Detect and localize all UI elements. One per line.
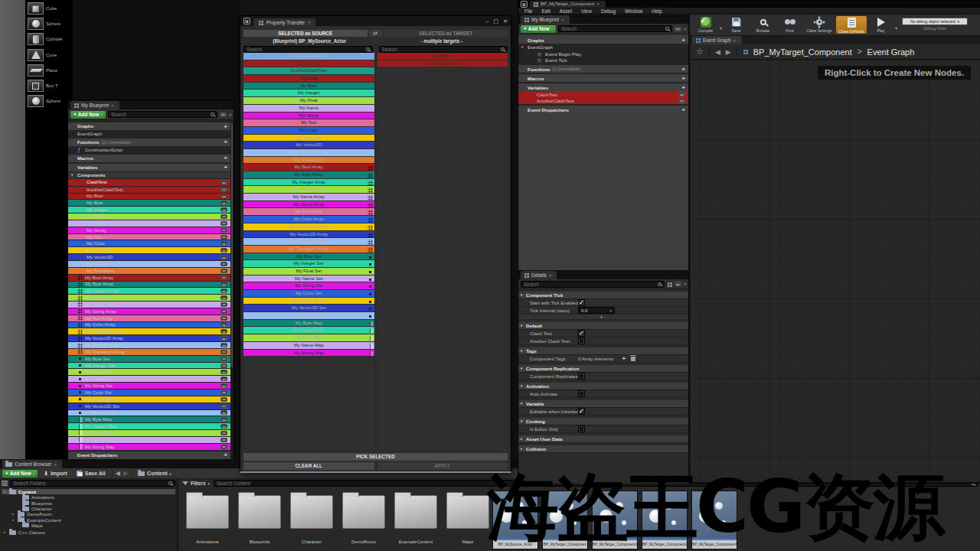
eye-icon[interactable] xyxy=(220,364,227,368)
menu-item[interactable]: Debug xyxy=(596,8,620,14)
blueprint-row[interactable]: Variables + xyxy=(518,83,688,91)
back-icon[interactable]: ◀ xyxy=(715,48,720,56)
expand-arrow-icon[interactable]: ▸ xyxy=(4,530,7,534)
add-icon[interactable]: + xyxy=(682,84,685,91)
property-row[interactable]: My Vector3D Array xyxy=(243,223,374,230)
eye-icon[interactable] xyxy=(220,343,227,347)
add-icon[interactable]: + xyxy=(224,452,227,458)
search-input[interactable]: Search xyxy=(108,111,217,118)
blueprint-row[interactable]: My Integer Map xyxy=(68,423,230,429)
eye-icon[interactable] xyxy=(220,262,227,266)
property-row[interactable]: My String Set xyxy=(243,282,374,289)
property-row[interactable]: My Integer Set xyxy=(243,260,374,267)
eye-icon[interactable] xyxy=(220,289,227,293)
close-icon[interactable]: × xyxy=(308,20,311,24)
blueprint-row[interactable]: My Vector3D Set xyxy=(68,396,230,403)
blueprint-row[interactable]: Event Begin Play xyxy=(518,51,688,57)
blueprint-row[interactable]: AnotherClashTest xyxy=(68,187,230,193)
eye-icon[interactable] xyxy=(220,322,227,327)
property-row[interactable]: My Vector3D xyxy=(243,135,374,142)
add-icon[interactable]: + xyxy=(224,123,227,130)
eye-icon[interactable] xyxy=(220,295,227,300)
blueprint-row[interactable]: Macros + xyxy=(518,74,688,82)
tab-property-transfer[interactable]: Property Transfer × xyxy=(253,18,315,27)
blueprint-row[interactable]: My Vector2D Set xyxy=(68,403,230,409)
folder-tree-item[interactable]: ▸ C++ Classes xyxy=(2,530,175,535)
property-row[interactable]: My Float xyxy=(243,97,374,104)
folder-tree-item[interactable]: ▸ DemoRoom xyxy=(2,511,175,517)
property-control[interactable] xyxy=(578,390,585,397)
tab-event-graph[interactable]: Event Graph × xyxy=(692,36,742,44)
blueprint-row[interactable]: My Name Map xyxy=(68,437,230,443)
visibility-filter-icon[interactable] xyxy=(220,112,227,117)
eye-icon[interactable] xyxy=(220,248,227,253)
add-icon[interactable]: + xyxy=(224,155,227,161)
blueprint-row[interactable]: My Vector3D Array xyxy=(68,328,230,334)
chevron-down-icon[interactable]: ▾ xyxy=(895,25,897,31)
section-arrow-icon[interactable]: ▾ xyxy=(521,384,524,388)
property-row[interactable]: My Byte Array xyxy=(243,171,374,178)
property-row[interactable]: My Transform Array xyxy=(243,246,374,253)
blueprint-row[interactable]: My String xyxy=(68,227,230,233)
section-arrow-icon[interactable]: ▾ xyxy=(521,402,524,406)
section-arrow-icon[interactable]: ▾ xyxy=(521,419,524,423)
blueprint-row[interactable]: My Vector3D xyxy=(68,247,230,253)
eye-icon[interactable] xyxy=(220,241,227,246)
blueprint-row[interactable]: My Integer Set xyxy=(68,363,230,369)
menu-item[interactable]: Edit xyxy=(537,8,554,14)
save-all-button[interactable]: Save All xyxy=(74,471,109,477)
property-row[interactable]: My Integer Map xyxy=(243,327,374,334)
eye-icon[interactable] xyxy=(220,309,227,314)
property-row[interactable]: My Integer Array xyxy=(243,179,374,186)
property-row[interactable]: My Float Set xyxy=(243,268,374,275)
folder-tree-item[interactable]: Blueprints xyxy=(2,500,175,506)
class-settings-button[interactable]: Class Settings xyxy=(804,16,835,33)
eye-icon[interactable] xyxy=(220,431,227,435)
search-folders-input[interactable]: Search Folders xyxy=(10,480,175,487)
folder-tile[interactable]: Blueprints xyxy=(236,491,283,544)
eye-icon[interactable] xyxy=(220,357,227,361)
bookmark-star-icon[interactable]: ☆ xyxy=(696,47,704,57)
blueprint-row[interactable]: ClashTest xyxy=(518,91,688,98)
chevron-down-icon[interactable]: ▾ xyxy=(720,25,722,31)
folder-tile[interactable]: Character xyxy=(288,491,335,544)
eye-icon[interactable] xyxy=(220,194,227,198)
property-row[interactable]: My Float Array xyxy=(243,186,374,193)
eye-icon[interactable] xyxy=(220,187,227,192)
expand-arrow-icon[interactable]: ▸ xyxy=(12,518,15,522)
blueprint-row[interactable]: Graphs + xyxy=(68,122,230,130)
property-row[interactable]: ClashTest xyxy=(243,60,374,67)
blueprint-row[interactable]: My Color Set xyxy=(68,390,230,396)
blueprint-row[interactable]: Event Dispatchers + xyxy=(68,452,230,459)
eye-icon[interactable] xyxy=(220,221,227,226)
property-row[interactable]: My Vector2D xyxy=(243,142,374,148)
eye-icon[interactable] xyxy=(220,180,227,184)
blueprint-row[interactable]: ConstructionScript xyxy=(68,147,230,153)
eye-icon[interactable] xyxy=(220,445,227,449)
blueprint-row[interactable]: My Byte xyxy=(68,200,230,206)
blueprint-row[interactable]: My String Map xyxy=(68,444,230,450)
details-row[interactable]: ▾ xyxy=(518,315,688,320)
property-row[interactable]: My Rotator Set xyxy=(243,312,374,319)
eye-icon[interactable] xyxy=(220,438,227,442)
asset-tile[interactable]: BP_MyTarget_Component xyxy=(542,491,588,549)
property-row[interactable]: My Transform xyxy=(243,157,374,164)
eye-icon[interactable] xyxy=(220,228,227,233)
blueprint-row[interactable]: My Byte Set xyxy=(68,356,230,362)
property-control[interactable] xyxy=(578,330,585,337)
details-row[interactable]: ▾ Cooking xyxy=(518,418,688,425)
eye-icon[interactable] xyxy=(220,214,227,219)
tab-details[interactable]: Details × xyxy=(521,271,557,279)
tab-content-browser[interactable]: Content Browser × xyxy=(2,460,62,468)
chevron-down-icon[interactable]: ▾ xyxy=(229,112,231,117)
eye-icon[interactable] xyxy=(220,269,227,273)
view-options-icon[interactable] xyxy=(675,282,681,286)
details-row[interactable]: ▾ Component Tick xyxy=(518,292,688,299)
asset-tile[interactable]: BP_MyTarget_Component3 xyxy=(691,491,737,549)
blueprint-row[interactable]: My Rotator Array xyxy=(68,342,230,348)
property-row[interactable]: My Vector2D Array xyxy=(243,231,374,238)
close-icon[interactable]: × xyxy=(549,273,552,278)
close-icon[interactable]: × xyxy=(596,2,599,6)
tab-bp-mytarget-component[interactable]: BP_MyTarget_Component × xyxy=(530,1,606,8)
folder-tree-item[interactable]: Animations xyxy=(2,494,175,500)
